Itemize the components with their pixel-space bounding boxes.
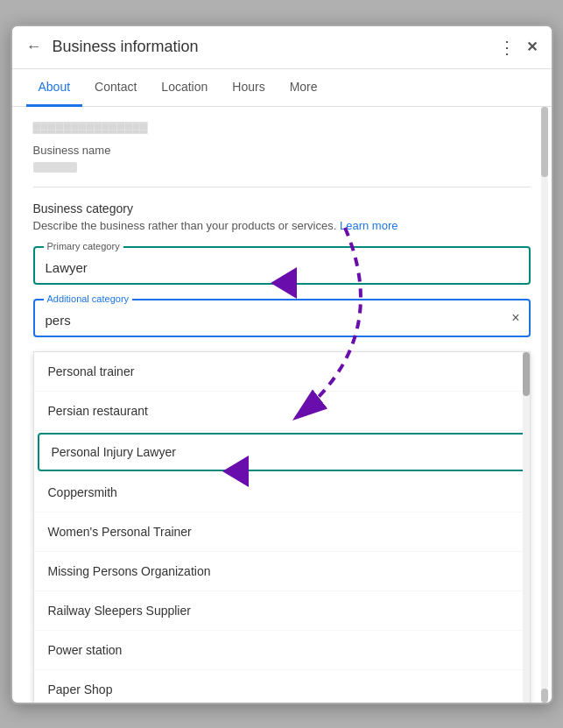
dropdown-item-personal-trainer[interactable]: Personal trainer (34, 352, 530, 392)
primary-category-label: Primary category (44, 241, 123, 251)
dropdown-item-womens-personal-trainer[interactable]: Women's Personal Trainer (34, 512, 530, 552)
partial-top-text: ▓▓▓▓▓▓▓▓▓▓▓▓▓▓▓ (33, 121, 531, 133)
menu-button[interactable]: ⋮ (498, 37, 516, 58)
content-scrollbar-thumb-top (541, 107, 548, 177)
dropdown-item-missing-persons[interactable]: Missing Persons Organization (34, 552, 530, 591)
additional-category-label: Additional category (44, 293, 133, 304)
dropdown-item-personal-injury-lawyer[interactable]: Personal Injury Lawyer (38, 433, 526, 471)
tab-bar: About Contact Location Hours More (12, 69, 552, 107)
dropdown-scroll-thumb (523, 352, 530, 396)
content-area: ▓▓▓▓▓▓▓▓▓▓▓▓▓▓▓ Business name Business c… (12, 107, 552, 703)
additional-category-field-group: Additional category × (33, 299, 531, 337)
tab-contact[interactable]: Contact (82, 69, 149, 107)
dropdown-scrollbar[interactable] (523, 352, 530, 703)
main-window: ← Business information ⋮ ✕ About Contact… (11, 25, 553, 704)
business-name-value-blurred (33, 162, 77, 173)
content-scrollbar-track[interactable] (541, 107, 548, 703)
learn-more-link[interactable]: Learn more (340, 219, 398, 232)
business-name-label: Business name (33, 144, 531, 157)
dropdown-item-railway-sleepers[interactable]: Railway Sleepers Supplier (34, 591, 530, 631)
additional-category-input[interactable] (46, 313, 501, 328)
tab-hours[interactable]: Hours (220, 69, 277, 107)
primary-category-input[interactable] (46, 260, 518, 275)
page-title: Business information (53, 38, 498, 56)
primary-category-field-group: Primary category (33, 246, 531, 285)
dropdown-item-coppersmith[interactable]: Coppersmith (34, 473, 530, 512)
tab-about[interactable]: About (26, 69, 83, 107)
dropdown-list: Personal trainer Persian restaurant Pers… (33, 351, 531, 703)
clear-additional-category-button[interactable]: × (511, 310, 519, 326)
back-button[interactable]: ← (26, 38, 42, 56)
dropdown-item-paper-shop[interactable]: Paper Shop (34, 670, 530, 703)
additional-category-field[interactable]: Additional category × (33, 299, 531, 337)
tab-location[interactable]: Location (149, 69, 220, 107)
business-category-label: Business category (33, 201, 531, 216)
section-divider (33, 187, 531, 187)
business-category-description: Describe the business rather than your p… (33, 219, 531, 232)
tab-more[interactable]: More (278, 69, 330, 107)
title-bar: ← Business information ⋮ ✕ (12, 26, 552, 69)
dropdown-item-persian-restaurant[interactable]: Persian restaurant (34, 392, 530, 431)
content-scrollbar-thumb-bottom (541, 689, 548, 703)
category-dropdown: Personal trainer Persian restaurant Pers… (33, 351, 531, 703)
close-button[interactable]: ✕ (526, 39, 538, 55)
dropdown-item-power-station[interactable]: Power station (34, 631, 530, 670)
primary-category-field[interactable]: Primary category (33, 246, 531, 285)
